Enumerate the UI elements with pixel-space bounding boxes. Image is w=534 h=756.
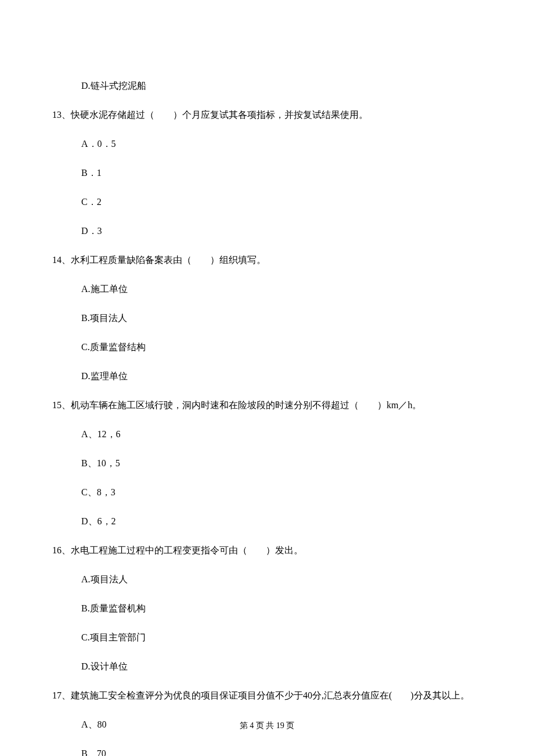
page-footer: 第 4 页 共 19 页 xyxy=(0,719,534,732)
q15-option-d: D、6，2 xyxy=(52,514,482,528)
q13-option-b: B．1 xyxy=(52,166,482,180)
q14-option-b: B.项目法人 xyxy=(52,311,482,325)
q13-option-d: D．3 xyxy=(52,224,482,238)
q13-option-a: A．0．5 xyxy=(52,137,482,151)
q13-text: 13、快硬水泥存储超过（ ）个月应复试其各项指标，并按复试结果使用。 xyxy=(52,108,482,122)
q14-text: 14、水利工程质量缺陷备案表由（ ）组织填写。 xyxy=(52,253,482,267)
q16-text: 16、水电工程施工过程中的工程变更指令可由（ ）发出。 xyxy=(52,543,482,557)
q16-option-a: A.项目法人 xyxy=(52,573,482,586)
q17-option-b: B、70 xyxy=(52,747,482,756)
q16-option-b: B.质量监督机构 xyxy=(52,602,482,615)
q14-option-c: C.质量监督结构 xyxy=(52,340,482,354)
q15-option-b: B、10，5 xyxy=(52,456,482,470)
page-content: D.链斗式挖泥船 13、快硬水泥存储超过（ ）个月应复试其各项指标，并按复试结果… xyxy=(0,0,534,756)
q13-option-c: C．2 xyxy=(52,195,482,209)
q14-option-a: A.施工单位 xyxy=(52,282,482,296)
q17-text: 17、建筑施工安全检查评分为优良的项目保证项目分值不少于40分,汇总表分值应在(… xyxy=(52,689,482,703)
q16-option-c: C.项目主管部门 xyxy=(52,631,482,645)
q14-option-d: D.监理单位 xyxy=(52,369,482,383)
q15-text: 15、机动车辆在施工区域行驶，洞内时速和在险坡段的时速分别不得超过（ ）km／h… xyxy=(52,398,482,412)
q15-option-c: C、8，3 xyxy=(52,485,482,499)
q12-option-d: D.链斗式挖泥船 xyxy=(52,79,482,93)
q16-option-d: D.设计单位 xyxy=(52,660,482,674)
q15-option-a: A、12，6 xyxy=(52,427,482,441)
